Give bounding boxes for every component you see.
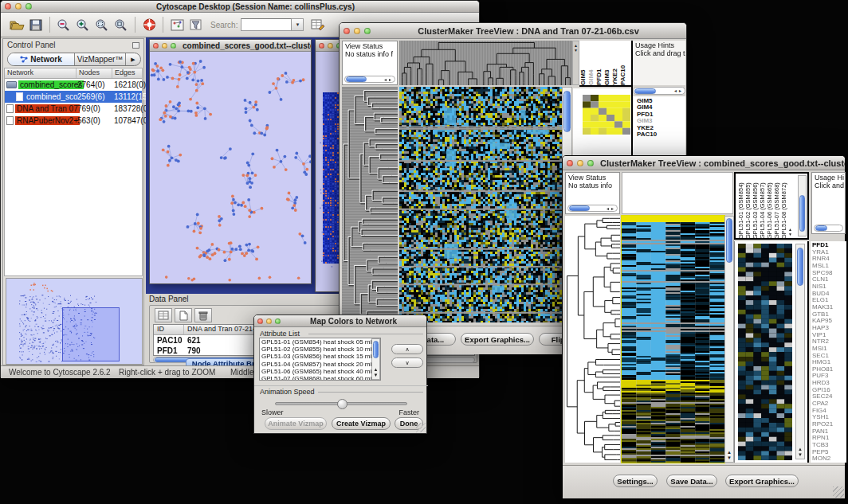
attribute-listbox[interactable]: GPL51-01 (GSM854) heat shock 05 minGPL51…	[259, 338, 381, 381]
scroll-thumb[interactable]	[634, 88, 656, 94]
move-down-button[interactable]: ∨	[391, 357, 423, 368]
animation-speed-slider[interactable]	[275, 402, 407, 405]
column-label[interactable]: GPL51-01 (GSM854)	[737, 174, 744, 239]
network-overview-panel[interactable]	[6, 278, 143, 365]
dialog-titlebar[interactable]: Map Colors to Network	[254, 315, 426, 327]
main-titlebar[interactable]: Cytoscape Desktop (Session Name: collins…	[1, 1, 479, 13]
attribute-item[interactable]: GPL51-07 (GSM868) heat shock 60 min	[260, 375, 380, 381]
attribute-item[interactable]: GPL51-01 (GSM854) heat shock 05 min	[260, 338, 380, 346]
close-icon[interactable]	[567, 160, 573, 166]
scroll-arrows-icon[interactable]: ▲▼	[372, 367, 379, 378]
splitter-arrows-icon[interactable]: ▲▼	[572, 41, 579, 85]
search-input[interactable]	[241, 18, 292, 31]
network-view-canvas[interactable]	[150, 52, 311, 283]
column-label[interactable]: YKE2	[611, 41, 619, 85]
column-label[interactable]: GIM5	[579, 41, 587, 85]
network-overview-icon[interactable]	[167, 16, 186, 33]
vscrollbar[interactable]: ▲▼	[371, 338, 380, 380]
vscrollbar[interactable]: ▲▼	[724, 216, 734, 463]
zoom-fit-icon[interactable]	[112, 16, 131, 33]
close-icon[interactable]	[319, 43, 324, 49]
tab-vizmapper[interactable]: VizMapper™	[75, 53, 126, 65]
column-label[interactable]: GPL51-07 (GSM868)	[773, 174, 780, 239]
network-row-combined-sco-selected[interactable]: combined_sco 2569(6) 13112(15)	[5, 91, 142, 103]
animate-vizmap-button[interactable]: Animate Vizmap	[265, 417, 327, 430]
network-row-rnapuber[interactable]: RNAPuberNov2+ 563(0) 107847(0)	[5, 115, 142, 127]
column-labels-box[interactable]: GPL51-01 (GSM854)GPL51-02 (GSM855)GPL51-…	[734, 172, 809, 240]
scroll-arrows-icon[interactable]: ▲▼	[796, 447, 804, 458]
network-window-1-titlebar[interactable]: combined_scores_good.txt--cluste...	[150, 40, 311, 52]
gene-labels-list[interactable]: PFD1YRA1RNR4MSL1SPC98CLN1NIS1BUD4ELG1MAK…	[811, 241, 846, 463]
row-dendrogram[interactable]	[565, 216, 620, 463]
minimize-icon[interactable]	[354, 28, 360, 34]
minimize-icon[interactable]	[15, 3, 22, 10]
minimize-icon[interactable]	[577, 160, 583, 166]
column-label[interactable]: GIM4	[587, 41, 595, 85]
move-up-button[interactable]: ∧	[391, 344, 423, 354]
scroll-arrows-icon[interactable]: ◄►	[383, 77, 395, 82]
tab-network[interactable]: Network	[8, 53, 75, 65]
network-row-dna-tran[interactable]: DNA and Tran 07 769(0) 183728(0)	[5, 103, 142, 115]
column-label[interactable]: GPL51-08 (GSM872)	[780, 174, 787, 239]
slider-thumb[interactable]	[337, 399, 347, 409]
open-session-button[interactable]	[7, 16, 26, 33]
column-label[interactable]: GPL51-04 (GSM857)	[759, 174, 766, 239]
new-attribute-icon[interactable]	[175, 308, 192, 322]
hscrollbar[interactable]	[814, 225, 843, 232]
zoom-in-icon[interactable]	[73, 16, 92, 33]
column-label[interactable]: GPL51-03 (GSM856)	[752, 174, 759, 239]
create-vizmap-button[interactable]: Create Vizmap	[332, 417, 391, 430]
scroll-thumb[interactable]	[815, 225, 827, 231]
scroll-thumb[interactable]	[799, 195, 805, 232]
scroll-arrows-icon[interactable]: ▲▼	[788, 227, 792, 236]
close-icon[interactable]	[5, 3, 11, 10]
save-data-button[interactable]: Save Data...	[666, 475, 717, 487]
export-graphics-button[interactable]: Export Graphics...	[725, 475, 799, 487]
close-icon[interactable]	[153, 43, 159, 49]
column-label[interactable]: GPL51-06 (GSM865)	[766, 174, 773, 239]
treeview2-titlebar[interactable]: ClusterMaker TreeView : combined_scores_…	[563, 156, 845, 170]
column-label[interactable]: GIM3	[603, 41, 611, 85]
hscrollbar[interactable]: ◄►	[633, 87, 685, 95]
treeview1-titlebar[interactable]: ClusterMaker TreeView : DNA and Tran 07-…	[340, 23, 686, 39]
scroll-thumb[interactable]	[726, 218, 732, 263]
close-icon[interactable]	[344, 28, 350, 34]
row-dendrogram[interactable]	[342, 87, 398, 322]
zoom-window-icon[interactable]	[275, 318, 281, 324]
attribute-item[interactable]: GPL51-03 (GSM856) heat shock 15 min	[260, 353, 380, 360]
tab-overflow-arrow[interactable]: ▶	[126, 53, 140, 65]
vscrollbar[interactable]: ▲▼	[795, 244, 805, 459]
scroll-thumb[interactable]	[569, 205, 590, 211]
minimize-icon[interactable]	[162, 43, 167, 49]
attribute-item[interactable]: GPL51-06 (GSM865) heat shock 40 min	[260, 368, 380, 375]
scroll-thumb[interactable]	[563, 91, 571, 132]
attribute-item[interactable]: GPL51-02 (GSM855) heat shock 10 min	[260, 346, 380, 353]
attribute-item[interactable]: GPL51-04 (GSM857) heat shock 20 min	[260, 361, 380, 368]
zoom-window-icon[interactable]	[364, 28, 371, 34]
similarity-heatmap[interactable]	[583, 95, 630, 135]
scroll-arrows-icon[interactable]: ◄►	[606, 206, 617, 211]
scroll-thumb[interactable]	[797, 248, 803, 286]
float-panel-icon[interactable]	[132, 42, 139, 49]
minimize-icon[interactable]	[266, 318, 272, 324]
search-dropdown-arrow[interactable]: ▼	[292, 18, 304, 31]
zoom-window-icon[interactable]	[26, 3, 32, 10]
save-session-button[interactable]	[26, 16, 45, 33]
column-label[interactable]: PAC10	[619, 41, 627, 85]
column-label[interactable]: GPL51-02 (GSM855)	[744, 174, 752, 239]
heatmap-main[interactable]	[622, 216, 724, 463]
scroll-arrows-icon[interactable]: ◄►	[673, 88, 685, 93]
heatmap-main[interactable]	[399, 87, 562, 322]
zoom-out-icon[interactable]	[54, 16, 73, 33]
column-labels[interactable]: GIM5GIM4PFD1GIM3YKE2PAC10	[579, 41, 631, 87]
scroll-thumb[interactable]	[346, 76, 367, 82]
export-graphics-button[interactable]: Export Graphics...	[461, 333, 534, 346]
delete-attribute-trash-icon[interactable]	[194, 308, 212, 322]
network-row-combined-scores[interactable]: combined_scores 2764(0) 16218(0)	[5, 79, 142, 91]
gene-label[interactable]: MON2	[812, 455, 846, 463]
column-dendrogram[interactable]	[399, 41, 572, 85]
row-label[interactable]: PAC10	[637, 131, 685, 138]
column-label[interactable]: PFD1	[595, 41, 603, 85]
resize-grip[interactable]	[833, 486, 844, 498]
zoom-window-icon[interactable]	[587, 160, 594, 166]
